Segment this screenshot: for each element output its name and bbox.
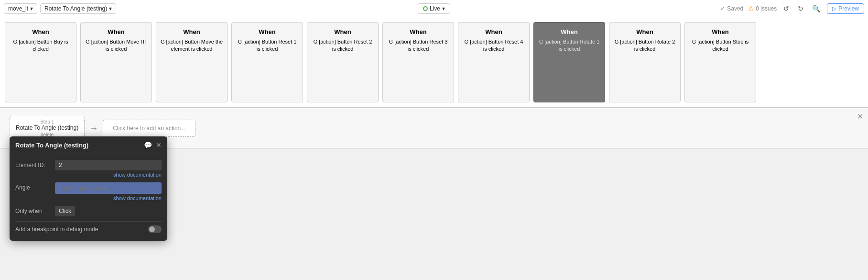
popup-close-button[interactable]: ✕ bbox=[156, 141, 162, 149]
add-action-box[interactable]: Click here to add an action... bbox=[103, 120, 195, 137]
event-card-6[interactable]: WhenG [action] Button Reset 4 is clicked bbox=[458, 22, 530, 102]
event-when-label: When bbox=[108, 28, 124, 35]
event-desc: G [action] Button Reset 3 is clicked bbox=[387, 38, 450, 53]
event-when-label: When bbox=[334, 28, 351, 35]
issues-status: ⚠ 0 issues bbox=[748, 5, 777, 12]
event-card-0[interactable]: WhenG [action] Button Buy is clicked bbox=[5, 22, 76, 102]
event-card-3[interactable]: WhenG [action] Button Reset 1 is clicked bbox=[231, 22, 303, 102]
event-desc: G [action] Button Rotate 2 is clicked bbox=[613, 38, 676, 53]
event-desc: G [action] Button Reset 4 is clicked bbox=[462, 38, 525, 53]
popup-comment-button[interactable]: 💬 bbox=[144, 141, 152, 149]
step-name: Rotate To Angle (testing) bbox=[16, 124, 78, 131]
event-when-label: When bbox=[712, 28, 728, 35]
live-label: Live bbox=[430, 5, 440, 12]
popup-header-icons: 💬 ✕ bbox=[144, 141, 162, 149]
top-bar-left: move_it Rotate To Angle (testing) bbox=[4, 3, 415, 14]
event-card-8[interactable]: WhenG [action] Button Rotate 2 is clicke… bbox=[609, 22, 681, 102]
event-desc: G [action] Button Stop is clicked bbox=[689, 38, 752, 53]
top-bar-center: Live bbox=[418, 3, 450, 14]
project-dropdown[interactable]: move_it bbox=[4, 3, 37, 14]
event-when-label: When bbox=[485, 28, 502, 35]
project-chevron-icon bbox=[30, 5, 33, 12]
event-when-label: When bbox=[183, 28, 200, 35]
close-workflow-button[interactable]: ✕ bbox=[857, 112, 863, 121]
workflow-dropdown[interactable]: Rotate To Angle (testing) bbox=[40, 3, 116, 14]
live-button[interactable]: Live bbox=[418, 3, 450, 14]
preview-button[interactable]: ▷ Preview bbox=[827, 3, 864, 14]
event-card-2[interactable]: WhenG [action] Button Move the element i… bbox=[156, 22, 228, 102]
popup-title: Rotate To Angle (testing) bbox=[15, 142, 88, 149]
event-when-label: When bbox=[32, 28, 49, 35]
undo-button[interactable]: ↺ bbox=[781, 3, 791, 14]
step-number: Step 1 bbox=[40, 119, 54, 124]
live-dot-icon bbox=[423, 6, 428, 11]
event-desc: G [action] Button Buy is clicked bbox=[9, 38, 72, 53]
top-bar-right: ✓ Saved ⚠ 0 issues ↺ ↻ 🔍 ▷ Preview bbox=[453, 3, 864, 14]
redo-button[interactable]: ↻ bbox=[796, 3, 805, 14]
add-action-label: Click here to add an action... bbox=[113, 125, 185, 132]
event-desc: G [action] Button Reset 1 is clicked bbox=[236, 38, 299, 53]
check-icon: ✓ bbox=[720, 5, 725, 12]
event-desc: G [action] Button Rotate 1 is clicked bbox=[538, 38, 601, 53]
event-card-1[interactable]: WhenG [action] Button Move IT! is clicke… bbox=[80, 22, 152, 102]
event-when-label: When bbox=[636, 28, 653, 35]
event-desc: G [action] Button Move the element is cl… bbox=[160, 38, 223, 53]
preview-play-icon: ▷ bbox=[832, 5, 836, 12]
live-chevron-icon bbox=[442, 5, 445, 12]
event-when-label: When bbox=[259, 28, 275, 35]
event-desc: G [action] Button Reset 2 is clicked bbox=[311, 38, 374, 53]
event-when-label: When bbox=[410, 28, 426, 35]
step-arrow-icon: → bbox=[85, 123, 103, 134]
workflow-label: Rotate To Angle (testing) bbox=[44, 5, 107, 12]
event-when-label: When bbox=[561, 28, 577, 35]
workflow-chevron-icon bbox=[109, 5, 112, 12]
top-bar: move_it Rotate To Angle (testing) Live ✓… bbox=[0, 0, 868, 17]
popup-header: Rotate To Angle (testing) 💬 ✕ bbox=[10, 136, 167, 149]
events-strip: WhenG [action] Button Buy is clickedWhen… bbox=[0, 17, 868, 108]
event-card-9[interactable]: WhenG [action] Button Stop is clicked bbox=[684, 22, 756, 102]
project-label: move_it bbox=[8, 5, 28, 12]
event-desc: G [action] Button Move IT! is clicked bbox=[85, 38, 148, 53]
warning-icon: ⚠ bbox=[748, 5, 754, 12]
popup-panel: Rotate To Angle (testing) 💬 ✕ Element ID… bbox=[10, 136, 167, 149]
event-card-5[interactable]: WhenG [action] Button Reset 3 is clicked bbox=[382, 22, 454, 102]
event-card-7[interactable]: WhenG [action] Button Rotate 1 is clicke… bbox=[533, 22, 605, 102]
event-card-4[interactable]: WhenG [action] Button Reset 2 is clicked bbox=[307, 22, 379, 102]
search-button[interactable]: 🔍 bbox=[810, 3, 822, 14]
saved-status: ✓ Saved bbox=[720, 5, 743, 12]
